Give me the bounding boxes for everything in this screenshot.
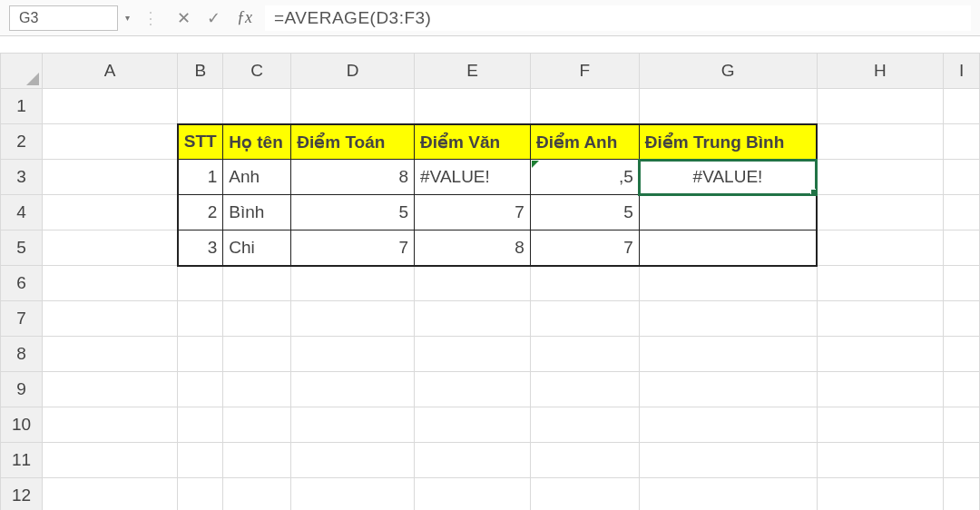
cell-B8[interactable] bbox=[178, 337, 223, 372]
cell-G3[interactable]: #VALUE! bbox=[639, 160, 817, 195]
cell-I5[interactable] bbox=[944, 230, 980, 266]
cell-H11[interactable] bbox=[817, 443, 943, 478]
cell-E8[interactable] bbox=[415, 337, 531, 372]
cell-F5[interactable]: 7 bbox=[530, 230, 639, 266]
cell-F3[interactable]: ! ,5 bbox=[530, 160, 639, 195]
cell-I11[interactable] bbox=[944, 443, 980, 478]
cell-D6[interactable] bbox=[291, 266, 415, 301]
cell-F10[interactable] bbox=[530, 407, 639, 443]
cell-C5[interactable]: Chi bbox=[223, 230, 291, 266]
cell-I8[interactable] bbox=[944, 337, 980, 372]
cell-C4[interactable]: Bình bbox=[223, 195, 291, 230]
col-head-H[interactable]: H bbox=[817, 54, 943, 89]
cell-D3[interactable]: 8 bbox=[291, 160, 415, 195]
cell-A2[interactable] bbox=[42, 124, 177, 160]
cell-G10[interactable] bbox=[639, 407, 817, 443]
name-box-dropdown-icon[interactable]: ▾ bbox=[125, 13, 130, 23]
cell-B11[interactable] bbox=[178, 443, 223, 478]
cell-B1[interactable] bbox=[178, 89, 223, 124]
cell-H3[interactable] bbox=[817, 160, 943, 195]
cell-H8[interactable] bbox=[817, 337, 943, 372]
cell-B7[interactable] bbox=[178, 301, 223, 337]
cell-F1[interactable] bbox=[530, 89, 639, 124]
cell-G9[interactable] bbox=[639, 372, 817, 407]
row-head-4[interactable]: 4 bbox=[1, 195, 43, 230]
cell-A7[interactable] bbox=[42, 301, 177, 337]
cell-H1[interactable] bbox=[817, 89, 943, 124]
row-head-8[interactable]: 8 bbox=[1, 337, 43, 372]
cell-G7[interactable] bbox=[639, 301, 817, 337]
cell-D4[interactable]: 5 bbox=[291, 195, 415, 230]
cell-E6[interactable] bbox=[415, 266, 531, 301]
cell-C1[interactable] bbox=[223, 89, 291, 124]
cell-E12[interactable] bbox=[415, 478, 531, 511]
cell-H6[interactable] bbox=[817, 266, 943, 301]
cell-F12[interactable] bbox=[530, 478, 639, 511]
cell-I2[interactable] bbox=[944, 124, 980, 160]
cell-D9[interactable] bbox=[291, 372, 415, 407]
cell-D7[interactable] bbox=[291, 301, 415, 337]
cell-F11[interactable] bbox=[530, 443, 639, 478]
cell-C7[interactable] bbox=[223, 301, 291, 337]
select-all-corner[interactable] bbox=[1, 54, 43, 89]
cell-E7[interactable] bbox=[415, 301, 531, 337]
cell-G4[interactable] bbox=[639, 195, 817, 230]
cell-G6[interactable] bbox=[639, 266, 817, 301]
row-head-1[interactable]: 1 bbox=[1, 89, 43, 124]
cell-B5[interactable]: 3 bbox=[178, 230, 223, 266]
cell-E10[interactable] bbox=[415, 407, 531, 443]
col-head-E[interactable]: E bbox=[415, 54, 531, 89]
row-head-2[interactable]: 2 bbox=[1, 124, 43, 160]
cell-F7[interactable] bbox=[530, 301, 639, 337]
cell-B4[interactable]: 2 bbox=[178, 195, 223, 230]
cell-H7[interactable] bbox=[817, 301, 943, 337]
cell-C12[interactable] bbox=[223, 478, 291, 511]
cell-I9[interactable] bbox=[944, 372, 980, 407]
col-head-D[interactable]: D bbox=[291, 54, 415, 89]
cell-H12[interactable] bbox=[817, 478, 943, 511]
cell-A6[interactable] bbox=[42, 266, 177, 301]
row-head-10[interactable]: 10 bbox=[1, 407, 43, 443]
cell-D1[interactable] bbox=[291, 89, 415, 124]
cell-A4[interactable] bbox=[42, 195, 177, 230]
cell-E11[interactable] bbox=[415, 443, 531, 478]
cell-G11[interactable] bbox=[639, 443, 817, 478]
row-head-7[interactable]: 7 bbox=[1, 301, 43, 337]
cell-H2[interactable] bbox=[817, 124, 943, 160]
col-head-B[interactable]: B bbox=[178, 54, 223, 89]
cell-G2[interactable]: Điểm Trung Bình bbox=[639, 124, 817, 160]
cell-I4[interactable] bbox=[944, 195, 980, 230]
col-head-F[interactable]: F bbox=[530, 54, 639, 89]
cell-B10[interactable] bbox=[178, 407, 223, 443]
cell-I3[interactable] bbox=[944, 160, 980, 195]
cell-I7[interactable] bbox=[944, 301, 980, 337]
cell-C9[interactable] bbox=[223, 372, 291, 407]
cell-I10[interactable] bbox=[944, 407, 980, 443]
cell-D11[interactable] bbox=[291, 443, 415, 478]
cell-F4[interactable]: 5 bbox=[530, 195, 639, 230]
cell-A5[interactable] bbox=[42, 230, 177, 266]
cell-A10[interactable] bbox=[42, 407, 177, 443]
cell-C6[interactable] bbox=[223, 266, 291, 301]
cell-E1[interactable] bbox=[415, 89, 531, 124]
cell-B3[interactable]: 1 bbox=[178, 160, 223, 195]
row-head-6[interactable]: 6 bbox=[1, 266, 43, 301]
cell-F8[interactable] bbox=[530, 337, 639, 372]
cell-C8[interactable] bbox=[223, 337, 291, 372]
cell-I1[interactable] bbox=[944, 89, 980, 124]
cell-E4[interactable]: 7 bbox=[415, 195, 531, 230]
cell-F6[interactable] bbox=[530, 266, 639, 301]
cell-A12[interactable] bbox=[42, 478, 177, 511]
row-head-5[interactable]: 5 bbox=[1, 230, 43, 266]
cell-H4[interactable] bbox=[817, 195, 943, 230]
cell-C3[interactable]: Anh bbox=[223, 160, 291, 195]
cell-B9[interactable] bbox=[178, 372, 223, 407]
col-head-I[interactable]: I bbox=[944, 54, 980, 89]
cell-B2[interactable]: STT bbox=[178, 124, 223, 160]
cell-A8[interactable] bbox=[42, 337, 177, 372]
cell-B12[interactable] bbox=[178, 478, 223, 511]
cell-A1[interactable] bbox=[42, 89, 177, 124]
cell-F9[interactable] bbox=[530, 372, 639, 407]
cell-E5[interactable]: 8 bbox=[415, 230, 531, 266]
cell-D5[interactable]: 7 bbox=[291, 230, 415, 266]
